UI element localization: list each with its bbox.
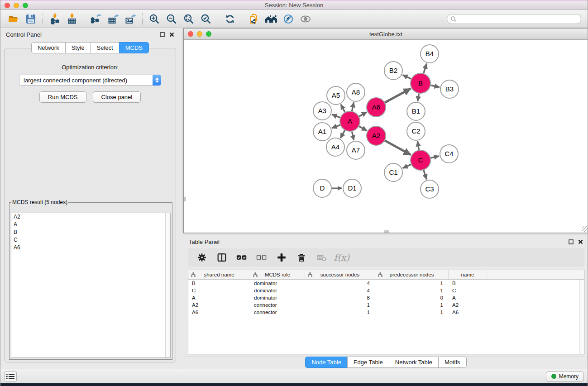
zoom-fit-button[interactable] [180, 12, 197, 26]
graph-node-D1[interactable]: D1 [343, 179, 361, 197]
float-panel-icon[interactable] [160, 32, 165, 37]
search-input[interactable] [457, 15, 581, 23]
network-canvas[interactable]: B4B2BB3A8A5A6A3B1AC2A1A2A4A7C4CC1DD1C3 [184, 40, 588, 233]
graph-node-C[interactable]: C [411, 150, 430, 170]
close-panel-button[interactable]: Close panel [93, 91, 141, 103]
graph-node-C3[interactable]: C3 [421, 180, 439, 198]
export-network-button[interactable] [87, 12, 105, 26]
function-builder-button[interactable]: f(x) [335, 251, 348, 264]
list-item[interactable]: A6 [11, 244, 170, 252]
graph-node-A6[interactable]: A6 [367, 98, 386, 117]
open-file-button[interactable] [5, 12, 22, 26]
memory-button[interactable]: Memory [546, 372, 584, 381]
graph-node-B1[interactable]: B1 [407, 102, 425, 120]
graph-edge-A2-C[interactable] [385, 141, 411, 155]
graph-edge-A-A4[interactable] [340, 130, 345, 138]
table-row[interactable]: Adominator80A [188, 294, 584, 301]
first-neighbors-button[interactable] [263, 12, 280, 26]
graph-edge-A-A7[interactable] [352, 132, 354, 140]
table-row[interactable]: Bdominator41B [188, 280, 584, 287]
graph-node-D[interactable]: D [313, 179, 331, 197]
task-history-button[interactable] [4, 372, 17, 381]
table-row[interactable]: Cdominator41C [188, 287, 584, 294]
tab-edge-table[interactable]: Edge Table [347, 357, 389, 368]
unselect-all-button[interactable] [255, 251, 268, 264]
graph-edge-B-B4[interactable] [424, 64, 427, 74]
tab-network[interactable]: Network [31, 42, 66, 53]
list-item[interactable]: A2 [11, 213, 170, 221]
graph-node-A8[interactable]: A8 [347, 83, 365, 101]
network-window-titlebar[interactable]: testGlobe.txt [184, 29, 588, 40]
table-row[interactable]: A6connector11A6 [188, 309, 584, 316]
add-column-button[interactable] [275, 251, 288, 264]
zoom-in-button[interactable] [146, 12, 163, 26]
zoom-out-button[interactable] [163, 12, 180, 26]
hide-style-button[interactable] [280, 12, 297, 26]
export-table-button[interactable] [105, 12, 122, 26]
tab-network-table[interactable]: Network Table [389, 357, 439, 368]
graph-node-A1[interactable]: A1 [313, 123, 331, 141]
column-header-predecessor-nodes[interactable]: predecessor nodes [375, 270, 449, 279]
list-item[interactable]: A [11, 221, 170, 229]
criterion-select[interactable]: largest connected component (directed) [19, 75, 161, 86]
search-field[interactable] [447, 14, 581, 24]
column-header-mcds-role[interactable]: MCDS role [250, 270, 305, 279]
graph-node-C4[interactable]: C4 [440, 145, 458, 163]
column-header-name[interactable]: name [449, 270, 487, 279]
graph-edge-A-A6[interactable] [359, 112, 367, 116]
column-header-successor-nodes[interactable]: successor nodes [305, 270, 375, 279]
graph-node-A[interactable]: A [340, 111, 360, 131]
graph-edge-A6-B[interactable] [385, 89, 411, 103]
show-hide-button[interactable] [297, 12, 314, 26]
result-scrollbar[interactable] [165, 213, 170, 357]
graph-node-B4[interactable]: B4 [421, 45, 439, 63]
column-header-shared-name[interactable]: shared name [188, 270, 250, 279]
graph-edge-C-C2[interactable] [417, 141, 419, 150]
close-window-button[interactable] [5, 3, 10, 8]
graph-edge-A-A5[interactable] [341, 105, 345, 112]
show-column-button[interactable] [215, 251, 229, 264]
graph-edge-A-A1[interactable] [332, 125, 340, 128]
list-item[interactable]: B [11, 229, 170, 236]
tab-mcds[interactable]: MCDS [119, 42, 149, 53]
tab-style[interactable]: Style [65, 42, 91, 53]
graph-node-B[interactable]: B [411, 73, 430, 93]
table-scrollbar[interactable] [579, 280, 584, 354]
graph-edge-C-C4[interactable] [430, 156, 439, 158]
tab-select[interactable]: Select [91, 42, 120, 53]
list-item[interactable]: C [11, 236, 170, 244]
graph-node-A3[interactable]: A3 [313, 102, 331, 120]
delete-column-button[interactable] [295, 251, 308, 264]
tab-motifs[interactable]: Motifs [438, 357, 467, 368]
export-image-button[interactable] [122, 12, 139, 26]
clone-network-button[interactable] [245, 12, 263, 26]
zoom-selected-button[interactable] [197, 12, 215, 26]
float-panel-icon[interactable] [569, 239, 574, 244]
node-table[interactable]: shared name MCDS role successor nodes pr… [188, 270, 584, 354]
minimize-window-button[interactable] [14, 3, 19, 8]
graph-node-C1[interactable]: C1 [384, 163, 402, 181]
tab-node-table[interactable]: Node Table [305, 357, 348, 368]
graph-node-B3[interactable]: B3 [440, 80, 459, 98]
graph-edge-A-A3[interactable] [332, 114, 340, 118]
graph-node-A4[interactable]: A4 [326, 138, 344, 156]
maximize-window-button[interactable] [23, 3, 28, 8]
save-session-button[interactable] [22, 12, 39, 26]
graph-node-A7[interactable]: A7 [347, 141, 365, 159]
import-network-button[interactable] [46, 12, 63, 26]
import-table-button[interactable] [63, 12, 81, 26]
network-graph[interactable]: B4B2BB3A8A5A6A3B1AC2A1A2A4A7C4CC1DD1C3 [184, 40, 588, 233]
graph-edge-B-B3[interactable] [431, 86, 440, 87]
select-all-button[interactable] [235, 251, 249, 264]
window-resize-grip[interactable] [582, 226, 588, 232]
graph-edge-C-C3[interactable] [424, 170, 426, 180]
graph-node-C2[interactable]: C2 [407, 122, 425, 140]
graph-edge-B-B1[interactable] [418, 94, 419, 101]
table-settings-button[interactable] [195, 251, 209, 264]
graph-node-A2[interactable]: A2 [367, 126, 386, 145]
graph-edge-A-A8[interactable] [352, 102, 354, 111]
graph-edge-C-C1[interactable] [403, 164, 411, 168]
close-panel-icon[interactable] [169, 32, 174, 37]
run-mcds-button[interactable]: Run MCDS [39, 91, 86, 103]
graph-edge-B-B2[interactable] [402, 75, 411, 79]
